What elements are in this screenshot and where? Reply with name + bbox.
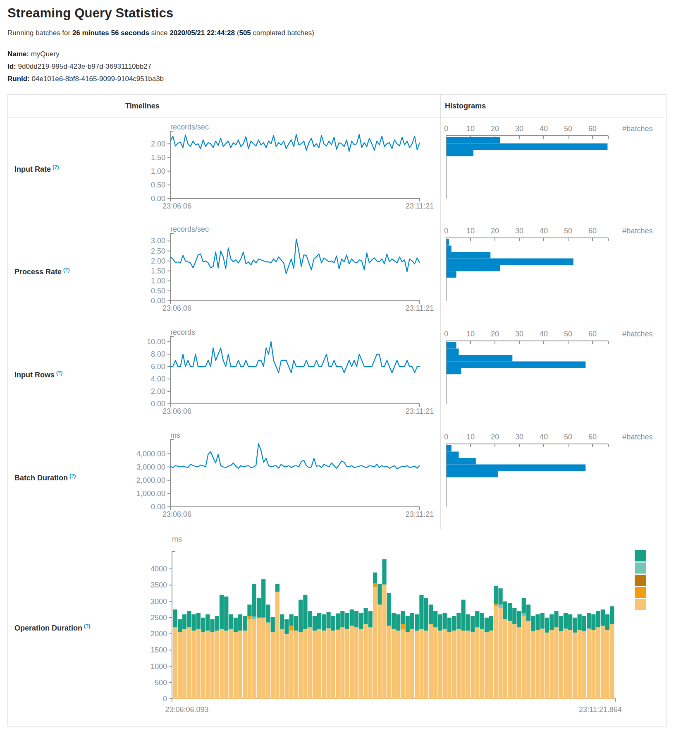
since-text: since	[149, 29, 170, 37]
query-runid-line: RunId: 04e101e6-8bf8-4165-9099-9104c951b…	[7, 73, 700, 85]
svg-text:3,000.00: 3,000.00	[136, 463, 165, 471]
histograms-column-header: Histograms	[441, 95, 667, 118]
batch-duration-timeline-cell: ms0.001,000.002,000.003,000.004,000.0023…	[121, 426, 441, 529]
svg-text:50: 50	[564, 125, 572, 133]
query-id-line: Id: 9d0dd219-995d-423e-b97d-36931110bb27	[7, 60, 700, 73]
input-rate-timeline-chart: records/sec0.000.501.001.502.0023:06:062…	[121, 118, 436, 220]
svg-text:1.50: 1.50	[151, 267, 165, 275]
batch-duration-histogram-chart: 0102030405060#batches	[441, 426, 662, 529]
operation-duration-help-icon[interactable]: (?)	[84, 623, 90, 629]
svg-text:10: 10	[466, 433, 475, 441]
svg-text:40: 40	[540, 433, 548, 441]
svg-text:23:06:06: 23:06:06	[162, 202, 191, 210]
process-rate-label-cell: Process Rate(?)	[8, 220, 121, 323]
svg-text:0.00: 0.00	[151, 297, 165, 305]
svg-text:1.50: 1.50	[151, 153, 165, 162]
legend-swatch-4	[635, 599, 646, 610]
svg-text:10: 10	[466, 330, 475, 338]
input-rate-help-icon[interactable]: (?)	[53, 164, 59, 170]
input-rows-timeline-cell: records0.002.004.006.008.0010.0023:06:06…	[121, 323, 441, 426]
svg-text:#batches: #batches	[622, 330, 652, 338]
svg-text:23:06:06: 23:06:06	[162, 510, 191, 518]
svg-text:1.00: 1.00	[151, 167, 165, 175]
svg-text:2.50: 2.50	[151, 247, 165, 255]
batch-duration-histogram-cell: 0102030405060#batches	[441, 426, 667, 529]
svg-text:60: 60	[588, 227, 597, 235]
svg-text:1.00: 1.00	[151, 277, 165, 285]
svg-text:30: 30	[515, 433, 523, 441]
svg-text:2500: 2500	[151, 614, 167, 622]
svg-text:23:06:06: 23:06:06	[162, 304, 191, 312]
operation-duration-chart-cell: ms0500100015002000250030003500400023:06:…	[121, 529, 667, 727]
svg-text:23:06:06: 23:06:06	[162, 407, 191, 415]
svg-text:50: 50	[564, 227, 572, 235]
svg-text:40: 40	[540, 227, 548, 235]
svg-text:10: 10	[466, 227, 475, 235]
svg-text:23:11:21: 23:11:21	[406, 202, 434, 210]
legend-swatch-0	[635, 550, 646, 561]
operation-duration-row: Operation Duration(?) ms0500100015002000…	[8, 529, 667, 727]
svg-text:4000: 4000	[151, 565, 167, 573]
input-rows-label-cell: Input Rows(?)	[8, 323, 121, 426]
svg-text:ms: ms	[172, 535, 182, 543]
query-id-label: Id:	[7, 62, 16, 70]
process-rate-timeline-chart: records/sec0.000.501.001.502.002.503.002…	[121, 220, 436, 323]
running-prefix: Running batches for	[7, 29, 72, 37]
svg-text:0.50: 0.50	[151, 287, 165, 295]
input-rate-label: Input Rate	[14, 165, 51, 173]
legend-swatch-2	[635, 575, 646, 586]
svg-text:0: 0	[444, 227, 448, 235]
svg-text:23:11:21.864: 23:11:21.864	[579, 705, 622, 714]
input-rows-histogram-cell: 0102030405060#batches	[441, 323, 667, 426]
svg-text:40: 40	[540, 125, 548, 133]
legend-swatch-3	[635, 587, 646, 598]
svg-text:#batches: #batches	[622, 125, 652, 133]
query-name-value: myQuery	[29, 50, 60, 58]
process-rate-label: Process Rate	[14, 268, 62, 276]
input-rate-label-cell: Input Rate(?)	[8, 118, 121, 220]
svg-text:10: 10	[466, 125, 475, 133]
process-rate-histogram-cell: 0102030405060#batches	[441, 220, 667, 323]
batch-duration-row: Batch Duration(?) ms0.001,000.002,000.00…	[8, 426, 667, 529]
start-time: 2020/05/21 22:44:28	[170, 29, 235, 37]
batch-duration-help-icon[interactable]: (?)	[69, 473, 76, 479]
svg-text:4,000.00: 4,000.00	[136, 450, 165, 458]
svg-text:30: 30	[515, 227, 523, 235]
svg-text:0: 0	[163, 695, 167, 703]
input-rows-help-icon[interactable]: (?)	[56, 370, 62, 376]
svg-text:23:11:21: 23:11:21	[406, 510, 434, 518]
batches-suffix: completed batches)	[251, 29, 314, 37]
input-rate-timeline-cell: records/sec0.000.501.001.502.0023:06:062…	[121, 118, 441, 220]
timelines-column-header: Timelines	[121, 95, 441, 118]
svg-text:23:11:21: 23:11:21	[406, 407, 434, 415]
svg-text:2.00: 2.00	[151, 140, 165, 148]
svg-text:50: 50	[564, 330, 572, 338]
svg-text:20: 20	[491, 433, 499, 441]
input-rate-row: Input Rate(?) records/sec0.000.501.001.5…	[8, 118, 667, 220]
svg-text:1,000.00: 1,000.00	[136, 489, 165, 498]
svg-text:#batches: #batches	[622, 227, 652, 235]
svg-text:0: 0	[444, 125, 448, 133]
process-rate-timeline-cell: records/sec0.000.501.001.502.002.503.002…	[121, 220, 441, 323]
query-name-line: Name: myQuery	[7, 48, 700, 60]
batch-duration-timeline-chart: ms0.001,000.002,000.003,000.004,000.0023…	[121, 426, 436, 529]
svg-text:10.00: 10.00	[147, 338, 165, 346]
svg-text:0.50: 0.50	[151, 181, 165, 189]
svg-text:3.00: 3.00	[151, 237, 165, 245]
svg-text:3500: 3500	[151, 581, 167, 589]
page-title: Streaming Query Statistics	[7, 6, 700, 21]
batch-duration-label: Batch Duration	[14, 474, 68, 482]
completed-batches-count: 505	[239, 29, 251, 37]
svg-text:3000: 3000	[151, 597, 167, 606]
svg-text:6.00: 6.00	[151, 362, 165, 371]
input-rows-timeline-chart: records0.002.004.006.008.0010.0023:06:06…	[121, 323, 436, 426]
operation-duration-stacked-chart: ms0500100015002000250030003500400023:06:…	[121, 529, 658, 726]
svg-text:2.00: 2.00	[151, 387, 165, 396]
operation-duration-label: Operation Duration	[14, 624, 82, 632]
svg-text:2000: 2000	[151, 630, 167, 638]
query-runid-label: RunId:	[7, 75, 30, 83]
batch-duration-label-cell: Batch Duration(?)	[8, 426, 121, 529]
svg-text:500: 500	[155, 679, 167, 687]
process-rate-help-icon[interactable]: (?)	[63, 267, 69, 273]
svg-text:1500: 1500	[151, 646, 167, 654]
